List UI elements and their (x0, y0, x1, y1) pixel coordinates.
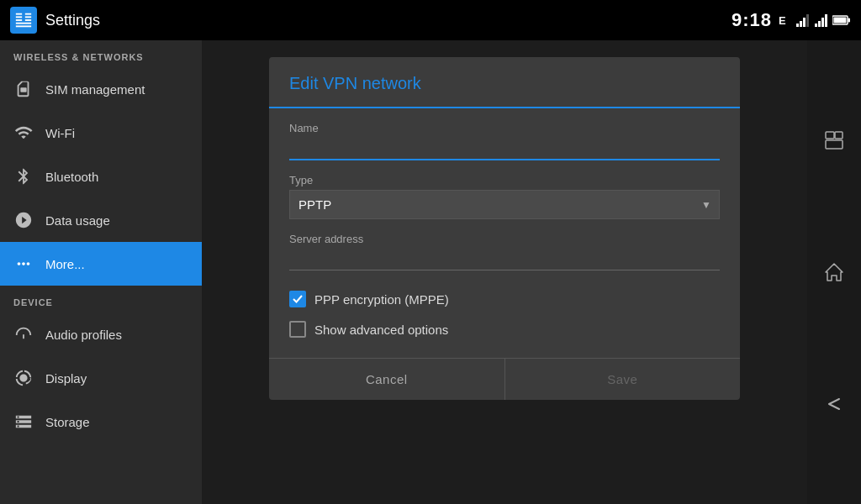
checkmark-icon (292, 293, 304, 305)
status-bar-right: 9:18 E (732, 9, 851, 31)
data-usage-icon (13, 210, 34, 230)
home-button[interactable] (816, 254, 853, 291)
type-select-wrapper: PPTP L2TP/IPSec PSK L2TP/IPSec RSA IPSec… (289, 190, 720, 219)
time-display: 9:18 (732, 9, 772, 31)
type-field: Type PPTP L2TP/IPSec PSK L2TP/IPSec RSA … (289, 174, 720, 219)
svg-rect-23 (826, 140, 843, 149)
server-address-input[interactable] (289, 249, 720, 270)
sidebar-label-wifi: Wi-Fi (45, 126, 75, 140)
sidebar-label-more: More... (45, 257, 85, 271)
dialog-header: Edit VPN network (269, 57, 740, 108)
svg-rect-2 (16, 19, 22, 21)
back-icon (822, 392, 846, 416)
dialog-title: Edit VPN network (289, 74, 421, 92)
signal-bars-2-icon (814, 13, 829, 28)
svg-rect-22 (835, 132, 843, 139)
back-button[interactable] (816, 386, 853, 423)
recent-apps-icon (822, 129, 846, 152)
app-title: Settings (45, 12, 100, 29)
app-icon (10, 7, 37, 34)
sidebar-label-audio: Audio profiles (45, 328, 122, 342)
edit-vpn-dialog: Edit VPN network Name Type PPTP L2TP/IPS… (269, 57, 740, 400)
sidebar-item-bluetooth[interactable]: Bluetooth (0, 155, 202, 198)
wireless-networks-header: WIRELESS & NETWORKS (0, 40, 202, 67)
sidebar-label-sim: SIM management (45, 82, 145, 97)
signal-bars-icon (795, 13, 811, 28)
svg-rect-19 (834, 18, 847, 24)
svg-rect-3 (25, 13, 31, 15)
ppp-checkbox-wrapper[interactable] (289, 291, 306, 307)
svg-rect-7 (16, 25, 31, 27)
action-bar (807, 40, 861, 504)
svg-rect-12 (806, 14, 809, 27)
sidebar-item-display[interactable]: Display (0, 356, 202, 400)
wifi-icon (13, 123, 34, 143)
svg-rect-14 (818, 21, 821, 27)
server-address-field: Server address (289, 233, 720, 270)
svg-rect-6 (16, 23, 31, 24)
device-header: DEVICE (0, 286, 202, 312)
sidebar-item-storage[interactable]: Storage (0, 400, 202, 444)
bluetooth-icon (13, 166, 34, 186)
sidebar-label-storage: Storage (45, 415, 90, 429)
home-icon (822, 260, 846, 284)
advanced-options-label: Show advanced options (314, 323, 448, 337)
svg-rect-18 (848, 18, 851, 23)
svg-text:E: E (779, 14, 786, 27)
sidebar: WIRELESS & NETWORKS SIM management Wi-Fi… (0, 40, 202, 504)
svg-rect-20 (20, 87, 26, 92)
cancel-button[interactable]: Cancel (269, 359, 505, 400)
svg-rect-4 (25, 16, 31, 18)
advanced-options-row[interactable]: Show advanced options (289, 314, 720, 344)
sidebar-item-more[interactable]: More... (0, 242, 202, 286)
svg-rect-9 (796, 24, 799, 27)
sidebar-item-data[interactable]: Data usage (0, 198, 202, 242)
advanced-checkbox-wrapper[interactable] (289, 321, 306, 338)
server-address-label: Server address (289, 233, 720, 245)
svg-rect-1 (16, 16, 22, 18)
sidebar-label-display: Display (45, 371, 87, 386)
name-label: Name (289, 122, 720, 134)
svg-rect-21 (826, 132, 834, 139)
more-icon (13, 254, 34, 274)
name-field: Name (289, 122, 720, 160)
ppp-checkbox-checked (289, 291, 306, 307)
battery-icon (832, 14, 851, 26)
svg-rect-10 (800, 21, 802, 27)
name-input[interactable] (289, 138, 720, 160)
sidebar-item-audio[interactable]: Audio profiles (0, 312, 202, 356)
svg-rect-11 (803, 18, 806, 27)
svg-rect-0 (16, 13, 22, 15)
settings-app-icon (14, 11, 33, 29)
ppp-encryption-row[interactable]: PPP encryption (MPPE) (289, 284, 720, 314)
main-layout: WIRELESS & NETWORKS SIM management Wi-Fi… (0, 40, 861, 504)
audio-profiles-icon (13, 324, 34, 344)
status-bar: Settings 9:18 E (0, 0, 861, 40)
type-label: Type (289, 174, 720, 186)
status-icons: E (777, 13, 851, 28)
svg-rect-15 (821, 18, 824, 27)
recent-apps-button[interactable] (816, 122, 853, 159)
sidebar-label-data: Data usage (45, 213, 110, 228)
sidebar-label-bluetooth: Bluetooth (45, 170, 98, 184)
sidebar-item-sim[interactable]: SIM management (0, 67, 202, 111)
content-area: Edit VPN network Name Type PPTP L2TP/IPS… (202, 40, 807, 504)
status-bar-left: Settings (10, 7, 100, 34)
e-signal-icon: E (777, 13, 792, 28)
dialog-body: Name Type PPTP L2TP/IPSec PSK L2TP/IPSec… (269, 108, 740, 358)
dialog-footer: Cancel Save (269, 358, 740, 400)
type-select[interactable]: PPTP L2TP/IPSec PSK L2TP/IPSec RSA IPSec… (289, 190, 720, 219)
display-icon (13, 368, 34, 388)
ppp-encryption-label: PPP encryption (MPPE) (314, 292, 449, 307)
advanced-checkbox-unchecked (289, 321, 306, 338)
svg-rect-16 (825, 14, 827, 27)
sidebar-item-wifi[interactable]: Wi-Fi (0, 111, 202, 155)
storage-icon (13, 412, 34, 432)
save-button[interactable]: Save (505, 359, 741, 400)
svg-rect-13 (815, 24, 817, 27)
sim-icon (13, 79, 34, 99)
svg-rect-5 (25, 19, 31, 21)
